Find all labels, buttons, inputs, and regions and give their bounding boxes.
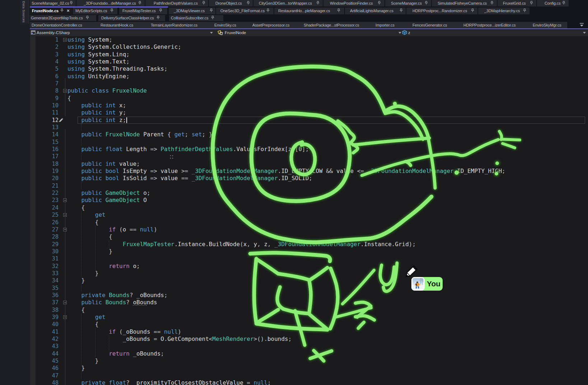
document-tab[interactable]: HDRPPostproce...izerEditor.cs (454, 22, 524, 28)
document-tab[interactable]: CollisionSubscriber.cs (169, 15, 223, 22)
tab-label: SimulatedFisheyeCamera.cs (438, 1, 487, 5)
document-tab[interactable]: FruxelMapTester.cs (119, 8, 167, 14)
code-line: public GameObject O (67, 197, 147, 204)
code-line: } (67, 248, 112, 255)
document-tab[interactable]: _3DMapViewer.cs (169, 8, 215, 14)
line-number: 23 (42, 197, 59, 203)
line-number: 13 (42, 124, 59, 131)
tab-label: CityGen3DGen...torWrapper.cs (259, 1, 312, 5)
document-tab[interactable]: FruxelNode.cs× (30, 8, 72, 14)
line-number: 47 (42, 372, 59, 379)
document-tab[interactable]: ArtificialLightsManager.cs (345, 8, 406, 14)
document-tab[interactable]: CityGen3DGen...torWrapper.cs (253, 0, 323, 6)
pin-icon[interactable] (138, 1, 141, 6)
tab-label: FruxelNode.cs (32, 9, 59, 13)
member-name: z (408, 30, 410, 35)
pin-icon[interactable] (337, 9, 340, 13)
pin-icon[interactable] (247, 1, 250, 6)
document-tab[interactable]: _3DMapHierarchy.cs (478, 8, 529, 14)
tab-label: CollisionSubscriber.cs (171, 16, 208, 20)
document-tab[interactable]: Config.cs (537, 0, 569, 6)
indent-guide (81, 285, 81, 292)
line-number: 21 (42, 183, 59, 189)
pin-icon[interactable] (490, 1, 494, 6)
document-tab[interactable]: EnviroSky.cs (213, 22, 246, 28)
fold-marker[interactable] (63, 38, 67, 42)
document-tab[interactable]: EnviroSkyMgr.cs (524, 22, 568, 28)
document-tab[interactable]: WindowPositionFinder.cs (323, 0, 384, 6)
pin-icon[interactable] (316, 1, 319, 6)
document-tab[interactable]: MyEditorScripts.cs (73, 8, 117, 14)
document-tab[interactable]: RestaurantHo...pleManager.cs (274, 8, 344, 14)
document-tab[interactable]: RestaurantHook.cs (98, 22, 150, 28)
project-dropdown[interactable]: Assembly-CSharp (30, 29, 215, 36)
code-line: { (67, 95, 71, 102)
outline-line (65, 129, 65, 385)
indent-guide (81, 138, 81, 146)
tab-row-3: Generator2ExportMapTools.csDeliverySurfa… (0, 15, 588, 22)
code-line: } (67, 365, 85, 372)
pin-icon[interactable] (210, 9, 213, 13)
tab-label: FruxelGrid.cs (503, 1, 526, 5)
document-tab[interactable]: SceneManager.cs (385, 0, 431, 6)
document-tab[interactable]: SceneManager_02.cs (30, 0, 76, 6)
pin-icon[interactable] (562, 1, 565, 6)
line-number: 8 (42, 88, 59, 94)
document-tab[interactable]: TerrainLayerRandomizer.cs (149, 22, 213, 28)
document-tab[interactable]: Importer.cs (368, 22, 404, 28)
document-tab[interactable]: AssetPreprocessor.cs (246, 22, 299, 28)
document-tab[interactable]: _3DFoundatio...delManager.cs (76, 0, 145, 6)
breakpoint-margin[interactable] (30, 36, 36, 385)
close-icon[interactable]: × (67, 8, 69, 13)
pin-icon[interactable] (266, 9, 270, 13)
pin-icon[interactable] (70, 1, 73, 6)
pin-icon[interactable] (523, 9, 526, 13)
document-tab[interactable]: DeliverySurfaceClassHelper.cs (98, 15, 165, 22)
document-tab[interactable]: ShaderPackage...stProcessor.cs (299, 22, 368, 28)
member-dropdown[interactable]: z (401, 29, 588, 36)
pin-icon[interactable] (471, 9, 474, 13)
code-line: { (67, 204, 85, 211)
tab-label: WindowPositionFinder.cs (330, 1, 373, 5)
pin-icon[interactable] (400, 9, 403, 13)
tab-row-1: SceneManager_02.cs_3DFoundatio...delMana… (0, 0, 588, 6)
tab-label: Generator2ExportMapTools.cs (31, 16, 83, 20)
pin-icon[interactable] (159, 9, 162, 13)
document-tab[interactable]: FruxelGrid.cs (498, 0, 536, 6)
line-number: 25 (42, 212, 59, 218)
line-number: 39 (42, 314, 59, 320)
tab-label: _3DMapViewer.cs (174, 9, 205, 13)
pin-icon[interactable] (157, 16, 160, 20)
pin-icon[interactable] (530, 1, 533, 6)
code-line: public class FruxelNode (67, 87, 147, 94)
tab-label: RestaurantHook.cs (101, 23, 133, 27)
document-tab[interactable]: Generator2ExportMapTools.cs (30, 15, 96, 22)
text-caret (126, 117, 127, 123)
document-tab[interactable]: DroneOrientationController.cs (30, 22, 99, 28)
line-number: 16 (42, 146, 59, 152)
pin-icon[interactable] (378, 1, 381, 6)
pin-icon[interactable] (60, 9, 64, 13)
type-dropdown[interactable]: FruxelNode (218, 29, 401, 36)
pin-icon[interactable] (110, 9, 113, 13)
code-line: public int value; (67, 160, 140, 168)
pin-icon[interactable] (425, 1, 428, 6)
document-tab[interactable]: HDRPPostproc...Randomizer.cs (406, 8, 477, 14)
pin-icon[interactable] (211, 16, 214, 20)
document-tab[interactable]: FencesGenerator.cs (403, 22, 455, 28)
tab-list-chevron-icon[interactable] (579, 23, 585, 28)
line-number: 27 (42, 226, 59, 233)
pin-icon[interactable] (202, 1, 205, 6)
document-tab[interactable]: SimulatedFisheyeCamera.cs (432, 0, 497, 6)
code-line: { (67, 306, 85, 314)
line-number: 3 (42, 51, 59, 58)
document-tab[interactable]: PathfinderDepthValues.cs (145, 0, 208, 6)
line-number: 28 (42, 234, 59, 240)
document-tab[interactable]: OneSec3D_FileFormat.cs (216, 8, 274, 14)
document-tab[interactable]: DroneObject.cs (209, 0, 253, 6)
tab-label: FruxelMapTester.cs (122, 9, 156, 13)
code-line: return _oBounds; (67, 350, 164, 357)
code-editor[interactable]: 1234567891011121314151617181920212223242… (30, 36, 588, 385)
tab-label: HDRPPostproc...Randomizer.cs (412, 9, 467, 13)
pin-icon[interactable] (86, 16, 89, 20)
